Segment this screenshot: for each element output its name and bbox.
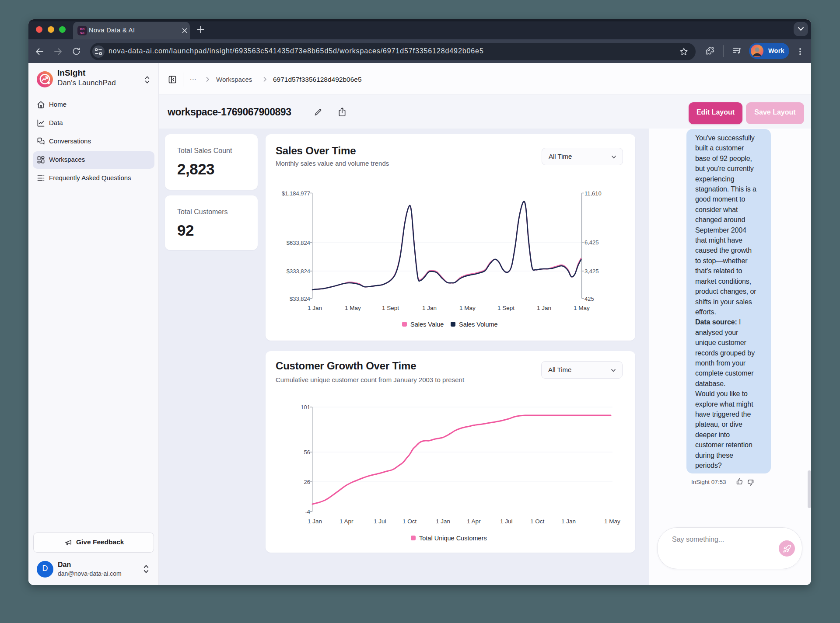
svg-text:va: va — [80, 31, 84, 35]
